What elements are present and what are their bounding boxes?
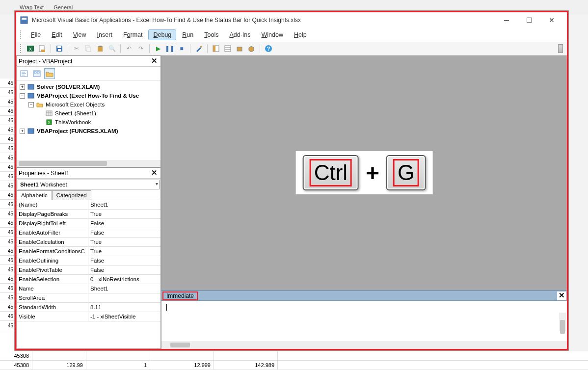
tab-alphabetic[interactable]: Alphabetic [17, 190, 52, 200]
property-value[interactable]: Sheet1 [88, 200, 160, 209]
design-mode-icon[interactable] [194, 44, 203, 53]
menu-addins[interactable]: Add-Ins [224, 29, 255, 40]
project-explorer-icon[interactable] [212, 44, 220, 53]
svg-text:?: ? [267, 46, 270, 52]
titlebar[interactable]: Microsoft Visual Basic for Applications … [16, 12, 567, 28]
property-value[interactable]: Sheet1 [88, 284, 160, 293]
toolbar-grip[interactable] [20, 44, 23, 53]
toggle-folders-icon[interactable] [44, 68, 55, 79]
window-title: Microsoft Visual Basic for Applications … [32, 17, 495, 24]
project-tree[interactable]: + Solver (SOLVER.XLAM) − VBAProject (Exc… [17, 80, 160, 160]
property-name: EnablePivotTable [17, 265, 88, 274]
property-row[interactable]: EnableOutliningFalse [17, 256, 160, 265]
menu-format[interactable]: Format [118, 29, 148, 40]
expand-icon[interactable]: + [20, 129, 25, 134]
property-row[interactable]: NameSheet1 [17, 284, 160, 293]
svg-rect-30 [28, 93, 34, 98]
minimize-button[interactable]: ─ [495, 13, 518, 27]
property-name: EnableAutoFilter [17, 228, 88, 237]
collapse-icon[interactable]: − [28, 102, 34, 107]
insert-module-icon[interactable] [38, 44, 47, 53]
view-object-icon[interactable] [31, 68, 42, 79]
property-value[interactable]: True [88, 247, 160, 256]
property-row[interactable]: Visible-1 - xlSheetVisible [17, 312, 160, 321]
project-hscrollbar[interactable] [17, 160, 160, 167]
menu-file[interactable]: File [26, 29, 46, 40]
property-row[interactable]: StandardWidth8.11 [17, 303, 160, 312]
properties-pane-close-icon[interactable]: ✕ [150, 169, 159, 178]
undo-icon[interactable]: ↶ [125, 44, 134, 53]
tree-node-funcres[interactable]: + VBAProject (FUNCRES.XLAM) [18, 127, 160, 135]
close-button[interactable]: ✕ [540, 13, 563, 27]
property-row[interactable]: EnableCalculationTrue [17, 238, 160, 247]
menu-view[interactable]: View [68, 29, 91, 40]
property-row[interactable]: EnableSelection0 - xlNoRestrictions [17, 275, 160, 284]
object-browser-icon[interactable] [235, 44, 244, 53]
maximize-button[interactable]: ☐ [518, 13, 540, 27]
reset-icon[interactable]: ■ [177, 44, 186, 53]
property-value[interactable]: False [88, 256, 160, 265]
property-value[interactable]: False [88, 219, 160, 228]
properties-pane: Properties - Sheet1 ✕ Sheet1 Worksheet ▾… [16, 167, 161, 349]
property-value[interactable]: True [88, 238, 160, 246]
toolbar-end-grip[interactable] [558, 44, 563, 53]
property-value[interactable]: False [88, 228, 160, 237]
tree-node-sheet1[interactable]: Sheet1 (Sheet1) [18, 109, 160, 118]
property-value[interactable]: 8.11 [88, 303, 160, 312]
project-pane-close-icon[interactable]: ✕ [150, 57, 159, 66]
tab-categorized[interactable]: Categorized [52, 190, 91, 200]
menu-window[interactable]: Window [257, 29, 288, 40]
tree-node-excel-objects[interactable]: − Microsoft Excel Objects [18, 100, 160, 109]
property-grid[interactable]: (Name)Sheet1DisplayPageBreaksTrueDisplay… [17, 200, 160, 348]
view-excel-icon[interactable]: X [26, 44, 35, 53]
collapse-icon[interactable]: − [20, 93, 25, 99]
tree-node-solver[interactable]: + Solver (SOLVER.XLAM) [18, 82, 160, 91]
property-row[interactable]: DisplayRightToLeftFalse [17, 219, 160, 228]
menu-insert[interactable]: Insert [92, 29, 117, 40]
immediate-close-icon[interactable]: ✕ [557, 292, 566, 300]
keycap-ctrl: Ctrl [303, 155, 359, 190]
property-row[interactable]: (Name)Sheet1 [17, 200, 160, 210]
property-name: StandardWidth [17, 303, 88, 312]
redo-icon[interactable]: ↷ [136, 44, 145, 53]
properties-window-icon[interactable] [223, 44, 232, 53]
svg-rect-8 [58, 49, 61, 51]
property-value[interactable]: -1 - xlSheetVisible [88, 312, 160, 321]
property-row[interactable]: EnableAutoFilterFalse [17, 228, 160, 238]
property-value[interactable] [88, 293, 160, 302]
break-icon[interactable]: ❚❚ [165, 44, 174, 53]
property-name: Name [17, 284, 88, 293]
run-icon[interactable]: ▶ [154, 44, 162, 53]
menu-debug[interactable]: Debug [148, 29, 176, 40]
tree-node-thisworkbook[interactable]: X ThisWorkbook [18, 118, 160, 127]
menu-help[interactable]: Help [289, 29, 312, 40]
menubar-grip[interactable] [20, 30, 23, 39]
property-row[interactable]: EnablePivotTableFalse [17, 265, 160, 275]
cut-icon[interactable]: ✂ [72, 44, 81, 53]
save-icon[interactable] [55, 44, 64, 53]
property-value[interactable]: 0 - xlNoRestrictions [88, 275, 160, 284]
paste-icon[interactable] [96, 44, 105, 53]
toolbox-icon[interactable] [247, 44, 256, 53]
property-row[interactable]: EnableFormatConditionsCTrue [17, 247, 160, 256]
menu-run[interactable]: Run [177, 29, 198, 40]
project-icon [27, 83, 35, 90]
menu-tools[interactable]: Tools [199, 29, 223, 40]
tree-node-vbaproject[interactable]: − VBAProject (Excel How-To Find & Use [18, 91, 160, 100]
immediate-vscrollbar[interactable] [559, 313, 566, 331]
immediate-hscrollbar[interactable] [161, 341, 567, 349]
help-icon[interactable]: ? [264, 44, 273, 53]
property-row[interactable]: DisplayPageBreaksTrue [17, 210, 160, 219]
property-value[interactable]: True [88, 210, 160, 218]
property-value[interactable]: False [88, 265, 160, 274]
expand-icon[interactable]: + [20, 84, 25, 90]
find-icon[interactable]: 🔍 [107, 44, 116, 53]
object-selector[interactable]: Sheet1 Worksheet ▾ [18, 180, 160, 189]
copy-icon[interactable] [84, 44, 93, 53]
property-row[interactable]: ScrollArea [17, 293, 160, 303]
menu-edit[interactable]: Edit [47, 29, 67, 40]
immediate-input[interactable] [161, 301, 567, 341]
excel-row-headers: 4545454545454545454545454545454545454545… [0, 79, 15, 351]
view-code-icon[interactable] [19, 68, 29, 79]
dropdown-icon[interactable]: ▾ [156, 181, 158, 186]
